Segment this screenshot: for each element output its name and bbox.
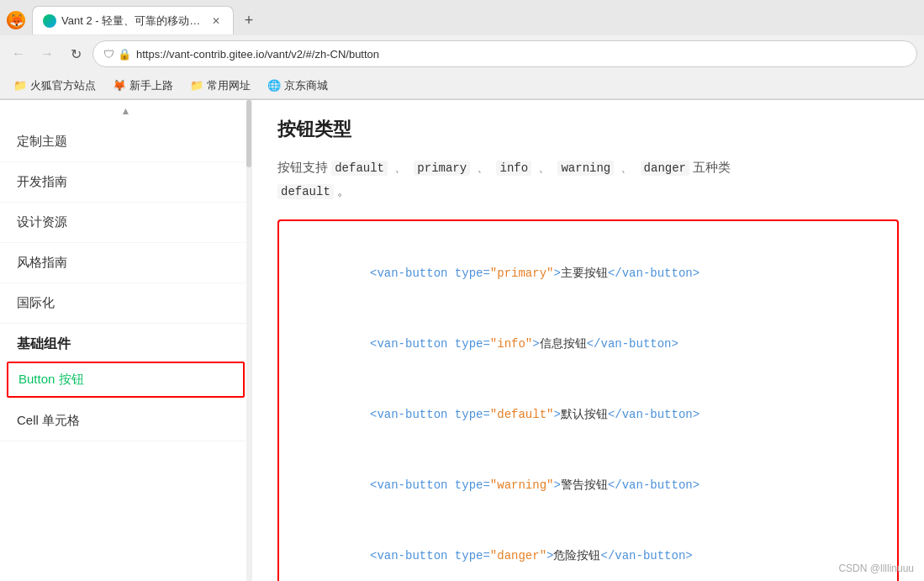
section-title: 按钮类型 <box>277 117 899 142</box>
back-button[interactable]: ← <box>7 42 30 66</box>
scroll-up-arrow[interactable]: ▲ <box>0 100 251 122</box>
tag-close-4: > <box>553 478 560 492</box>
code-block: <van-button type="primary">主要按钮</van-but… <box>277 219 899 581</box>
text-1: 主要按钮 <box>561 267 608 280</box>
sidebar-item-devguide[interactable]: 开发指南 <box>0 162 251 203</box>
address-bar-row: ← → ↻ 🛡 🔒 https://vant-contrib.gitee.io/… <box>0 35 924 72</box>
bookmark-newbie[interactable]: 🦊 新手上路 <box>106 77 180 95</box>
code-line-2: <van-button type="info">信息按钮</van-button… <box>299 309 877 379</box>
tab-bar: 🦊 Vant 2 - 轻量、可靠的移动端组 ✕ + <box>0 0 924 35</box>
sidebar-item-label: 开发指南 <box>17 174 67 188</box>
sidebar-section-header: 基础组件 <box>0 324 251 358</box>
type-danger-inline: danger <box>641 161 689 176</box>
tag-close-3: > <box>553 408 560 421</box>
desc-default-suffix: default 。 <box>277 183 350 198</box>
bookmark-label: 常用网址 <box>207 78 251 93</box>
value-primary: "primary" <box>490 267 554 280</box>
value-default: "default" <box>490 408 554 421</box>
code-line-5: <van-button type="danger">危险按钮</van-butt… <box>299 520 877 581</box>
tag-open-5: <van-button <box>370 549 447 563</box>
bookmark-label: 火狐官方站点 <box>30 78 96 93</box>
address-bar-icons: 🛡 🔒 <box>103 48 131 61</box>
content-area: 按钮类型 按钮支持 default 、 primary 、 info 、 war… <box>252 100 924 581</box>
tab-favicon-icon <box>43 14 56 28</box>
code-line-1: <van-button type="primary">主要按钮</van-but… <box>299 238 877 309</box>
tag-open-4: <van-button <box>370 478 447 492</box>
firefox-logo-icon: 🦊 <box>7 11 25 29</box>
folder-icon: 📁 <box>190 79 203 92</box>
sidebar-item-i18n[interactable]: 国际化 <box>0 283 251 324</box>
sidebar-item-label: Button 按钮 <box>18 372 84 386</box>
url-display: https://vant-contrib.gitee.io/vant/v2/#/… <box>136 48 906 61</box>
sidebar-item-cell[interactable]: Cell 单元格 <box>0 401 251 441</box>
sidebar-item-label: 设计资源 <box>17 214 67 229</box>
address-bar[interactable]: 🛡 🔒 https://vant-contrib.gitee.io/vant/v… <box>92 40 917 67</box>
end-tag-5: </van-button> <box>600 549 692 563</box>
value-warning: "warning" <box>490 478 554 492</box>
sidebar-item-style[interactable]: 风格指南 <box>0 243 251 283</box>
sidebar-item-design[interactable]: 设计资源 <box>0 203 251 243</box>
text-2: 信息按钮 <box>540 337 587 351</box>
tag-open-3: <van-button <box>370 408 447 421</box>
type-info-inline: info <box>496 161 531 176</box>
end-tag-2: </van-button> <box>587 337 678 351</box>
scrollbar-thumb[interactable] <box>246 100 251 167</box>
bookmark-label: 京东商城 <box>284 78 328 93</box>
forward-button[interactable]: → <box>35 42 59 66</box>
text-4: 警告按钮 <box>561 478 608 492</box>
main-area: ▲ 定制主题 开发指南 设计资源 风格指南 国际化 基础组件 Button 按钮… <box>0 100 924 581</box>
bookmark-jd[interactable]: 🌐 京东商城 <box>261 77 335 95</box>
bookmarks-bar: 📁 火狐官方站点 🦊 新手上路 📁 常用网址 🌐 京东商城 <box>0 72 924 99</box>
sidebar-item-label: 定制主题 <box>17 134 67 148</box>
attr-type-1: type= <box>447 267 489 280</box>
code-line-3: <van-button type="default">默认按钮</van-but… <box>299 379 877 450</box>
attr-type-5: type= <box>447 549 489 563</box>
value-danger: "danger" <box>490 549 546 563</box>
value-info: "info" <box>490 337 532 351</box>
sidebar-item-customtheme[interactable]: 定制主题 <box>0 122 251 162</box>
desc-period: 。 <box>337 183 350 198</box>
attr-type-4: type= <box>447 478 489 492</box>
firefox-icon: 🦊 <box>113 79 126 92</box>
desc-suffix: 五种类 <box>693 160 731 174</box>
bookmark-firefoxsite[interactable]: 📁 火狐官方站点 <box>7 77 103 95</box>
code-line-4: <van-button type="warning">警告按钮</van-but… <box>299 450 877 520</box>
type-default-inline: default <box>331 161 388 176</box>
attr-type-3: type= <box>447 408 489 421</box>
section-desc: 按钮支持 default 、 primary 、 info 、 warning … <box>277 156 899 203</box>
sidebar-item-button[interactable]: Button 按钮 <box>7 362 245 398</box>
tag-open-2: <van-button <box>370 337 447 351</box>
end-tag-4: </van-button> <box>608 478 700 492</box>
scrollbar[interactable] <box>246 100 251 581</box>
tag-close-2: > <box>532 337 539 351</box>
lock-icon: 🔒 <box>118 48 131 61</box>
tab-title: Vant 2 - 轻量、可靠的移动端组 <box>61 13 204 29</box>
text-5: 危险按钮 <box>553 549 600 563</box>
active-tab[interactable]: Vant 2 - 轻量、可靠的移动端组 ✕ <box>32 6 234 34</box>
new-tab-button[interactable]: + <box>237 8 261 32</box>
sidebar-item-label: Cell 单元格 <box>17 413 80 427</box>
globe-icon: 🌐 <box>267 79 281 92</box>
end-tag-1: </van-button> <box>608 267 700 280</box>
type-primary-inline: primary <box>414 161 470 176</box>
sidebar-item-label: 风格指南 <box>17 255 67 269</box>
desc-prefix: 按钮支持 <box>277 160 328 174</box>
tag-close-1: > <box>553 267 560 280</box>
tag-open-1: <van-button <box>370 267 447 280</box>
text-3: 默认按钮 <box>561 408 608 421</box>
shield-icon: 🛡 <box>103 48 114 61</box>
refresh-button[interactable]: ↻ <box>64 42 87 66</box>
bookmark-common[interactable]: 📁 常用网址 <box>183 77 257 95</box>
watermark: CSDN @llllinuuu <box>838 563 914 574</box>
tab-close-button[interactable]: ✕ <box>209 14 223 28</box>
type-default-suffix: default <box>277 184 334 199</box>
bookmark-label: 新手上路 <box>129 78 173 93</box>
end-tag-3: </van-button> <box>608 408 700 421</box>
attr-type-2: type= <box>447 337 489 351</box>
sidebar-item-label: 国际化 <box>17 295 55 309</box>
type-warning-inline: warning <box>557 161 614 176</box>
folder-icon: 📁 <box>13 79 27 92</box>
browser-chrome: 🦊 Vant 2 - 轻量、可靠的移动端组 ✕ + ← → ↻ 🛡 🔒 http… <box>0 0 924 100</box>
content-inner: 按钮类型 按钮支持 default 、 primary 、 info 、 war… <box>252 100 924 581</box>
sidebar: ▲ 定制主题 开发指南 设计资源 风格指南 国际化 基础组件 Button 按钮… <box>0 100 252 581</box>
